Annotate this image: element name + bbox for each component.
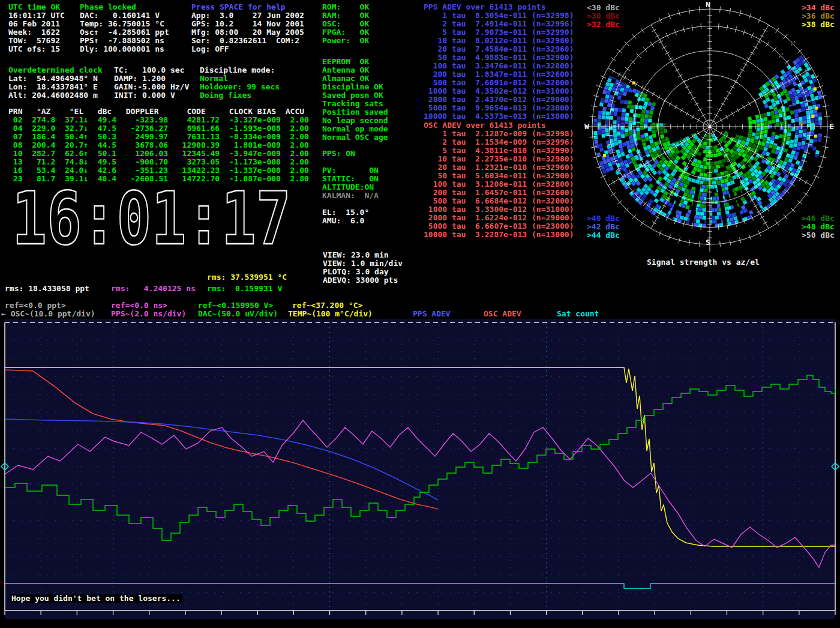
sat-table-header: PRN °AZ °EL dBc DOPPLER CODE CLOCK BIAS … [8,107,304,116]
pps-adev-table: PPS ADEV over 61413 points 1 tau 8.3054e… [424,3,574,121]
help-version-block[interactable]: Press SPACE for helpApp: 3.0 27 Jun 2002… [191,3,304,53]
text-line: 10 tau 2.2735e-010 (n=32980) [424,155,574,163]
text-line: ALTITUDE:ON [322,183,379,192]
text-line: RAM: OK [322,11,369,20]
text-line: 5000 tau 6.6607e-013 (n=23000) [424,222,574,231]
trace-label-temp[interactable]: TEMP~(100 m°C/div) [288,310,373,318]
text-line: >40 dBc [587,214,620,223]
text-line: EL: 15.0° [322,208,369,217]
text-line: 1000 tau 4.3502e-012 (n=31000) [424,87,574,95]
text-line: VIEW: 23.0 min [323,251,403,259]
text-line: No leap second [322,116,388,125]
text-line: VIEW: 1.0 min/div [323,259,403,268]
text-line: Ser: 0.82362611 COM:2 [191,37,304,45]
text-line: App: 3.0 27 Jun 2002 [191,11,304,20]
text-line: ref~<37.200 °C> [292,301,362,310]
text-line: Press SPACE for help [191,3,304,11]
text-line: FPGA: OK [322,28,369,37]
phase-lock-block: Phase lockedDAC: 0.160141 VTemp: 36.7500… [80,3,169,53]
trace-label-pps[interactable]: PPS~(2.0 ns/div) [111,310,186,318]
text-line: DAC~(50.0 uV/div) [198,310,278,318]
pps-state: PPS: ON [322,149,355,158]
big-clock: 16:01:17 [6,178,306,253]
text-line: TOW: 57692 [8,37,65,45]
text-line: 50 tau 5.6034e-011 (n=32900) [424,172,574,180]
text-line: ref=<0.0 ns> [111,301,167,310]
text-line: 20 tau 1.2321e-010 (n=32960) [424,163,574,172]
text-line: 07 186.4 50.4↑ 50.3 2499.97 7631.13 -8.3… [8,133,309,141]
text-line: Discipline OK [322,83,388,91]
filter-state-block: PV: ONSTATIC: ONALTITUDE:ONKALMAN: N/A [322,166,379,200]
text-line: Alt: 204.46002480 m [8,91,103,100]
trace-label-osc[interactable]: ← OSC~(10.0 ppt/div) [1,310,95,318]
text-line: GAIN:-5.000 Hz/V [114,83,189,91]
compass-south: S [706,238,710,247]
text-line: DAC: 0.160141 V [80,11,169,20]
compass-north: N [706,1,710,9]
text-line: 20 tau 7.4584e-011 (n=32960) [424,45,574,53]
text-line: AMU: 6.0 [322,217,369,225]
text-line: rms: 37.539951 °C [207,273,287,282]
text-line: >46 dBc [802,214,835,223]
discipline-block: Discipline mode:NormalHoldover: 99 secsD… [200,66,280,100]
text-line: Log: OFF [191,45,304,53]
text-line: 5000 tau 9.9654e-013 (n=23000) [424,104,574,112]
text-line: Power: OK [322,37,369,45]
text-line: Tracking sats [322,100,388,108]
text-line: 10 tau 8.0212e-011 (n=32980) [424,37,574,45]
text-line: >32 dBc [587,20,620,29]
text-line: >42 dBc [587,223,620,231]
text-line: 13 71.2 74.8↓ 49.5 -908.70 3273.05 -1.17… [8,158,309,166]
text-line: >38 dBc [802,20,835,29]
text-line: ROM: OK [322,3,369,11]
text-line: Saved posn OK [322,91,388,100]
sat-table-rows: 02 274.8 37.1↓ 49.4 -323.98 4281.72 -3.3… [8,116,309,183]
dbc-legend-bottom-left: >40 dBc>42 dBc>44 dBc [587,214,620,240]
text-line: UTC ofs: 15 [8,45,65,53]
text-line: 500 tau 7.6091e-012 (n=32000) [424,79,574,87]
dbc-legend-bottom-right: >46 dBc>48 dBc>50 dBc [802,214,835,240]
gpsdo-monitor-screen: UTC time OK16:01:17 UTC06 Feb 2011Week: … [0,0,840,628]
strip-chart[interactable] [0,319,840,628]
trace-label-sat-count[interactable]: Sat count [557,310,599,318]
utc-time-block: UTC time OK16:01:17 UTC06 Feb 2011Week: … [8,3,65,53]
text-line: Lat: 54.4964948° N [8,74,103,83]
compass-west: W [584,122,589,131]
text-line: 08 200.4 20.7↑ 44.5 3678.06 12900.39 1.8… [8,141,309,149]
text-line: 50 tau 4.9883e-011 (n=32900) [424,53,574,62]
text-line: TC: 100.0 sec [114,66,189,74]
text-line: 2 tau 1.1534e-009 (n=32996) [424,138,574,146]
text-line: PLOTQ: 3.0 day [323,268,403,276]
text-line: ref=<0.0 ppt> [5,301,66,310]
text-line: Doing fixes [200,91,280,100]
text-line: DAMP: 1.200 [114,74,189,83]
text-line: 1 tau 2.1287e-009 (n=32998) [424,130,574,138]
text-line: Overdetermined clock [8,66,103,74]
text-line: Sat count [557,310,599,318]
text-line: PPS: ON [322,149,355,158]
text-line: PPS↑ -7.888502 ns [80,37,169,45]
view-queue-block: VIEW: 23.0 minVIEW: 1.0 min/divPLOTQ: 3.… [323,251,403,285]
text-line: 16 53.4 24.0↓ 42.6 -351.23 13422.23 -1.3… [8,166,309,175]
text-line: 2 tau 7.4914e-011 (n=32996) [424,20,574,28]
text-line: 2000 tau 2.4370e-012 (n=29000) [424,95,574,104]
text-line: rms: 18.433058 ppt [5,285,89,293]
text-line: ADEVQ: 33000 pts [323,276,403,285]
text-line: 5 tau 7.9073e-011 (n=32990) [424,28,574,37]
text-line: OSC ADEV over 61413 points [424,121,574,130]
trace-label-pps-adev[interactable]: PPS ADEV [413,310,451,318]
text-line: 06 Feb 2011 [8,20,65,28]
selftest-block: ROM: OKRAM: OKOSC: OKFPGA: OKPower: OK [322,3,369,45]
trace-label-dac[interactable]: DAC~(50.0 uV/div) [198,310,278,318]
text-line: >36 dBc [802,12,835,20]
status-message: Hope you didn't bet on the losers... [10,594,182,603]
text-line: UTC time OK [8,3,65,11]
azel-caption: Signal strength vs az/el [647,258,760,267]
text-line: 2000 tau 1.6224e-012 (n=29000) [424,214,574,222]
text-line: 1000 tau 3.3300e-012 (n=31000) [424,205,574,214]
text-line: 10000 tau 4.5373e-013 (n=13000) [424,112,574,121]
trace-label-osc-adev[interactable]: OSC ADEV [484,310,521,318]
rms-osc: rms: 18.433058 ppt [5,285,89,293]
text-line: 200 tau 1.8347e-011 (n=32600) [424,70,574,79]
text-line: KALMAN: N/A [322,192,379,200]
